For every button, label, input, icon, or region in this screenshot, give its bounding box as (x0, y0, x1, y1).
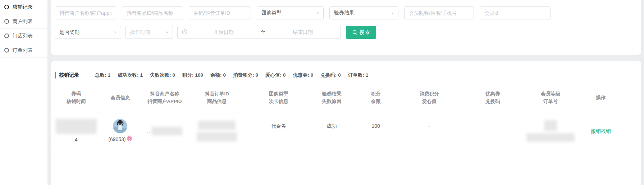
col-header-verify-result: 验券结果失败原因 (310, 86, 354, 113)
revoke-verification-link[interactable]: 撤销核销 (591, 127, 611, 135)
verify-result-select-value: 验券结果 (334, 10, 354, 16)
sidebar-item-label: 商户列表 (13, 18, 33, 25)
radio-circle-icon (4, 19, 9, 24)
redacted-product-info (197, 132, 237, 141)
sidebar-item-label: 核销记录 (13, 4, 33, 10)
radio-circle-icon (4, 33, 9, 38)
love-value: - (428, 132, 430, 140)
chevron-down-icon: ˅ (391, 11, 394, 15)
member-nickname-input[interactable] (404, 6, 474, 19)
cell-coupon-redeem (461, 117, 525, 145)
col-header-merchant: 抖音商户名称抖音商户APPID (143, 86, 186, 113)
chevron-down-icon: ˅ (114, 31, 117, 34)
end-date-placeholder[interactable]: 结束日期 (269, 29, 337, 36)
sidebar-item-label: 订单列表 (13, 47, 33, 54)
sidebar-item-verification-records[interactable]: 核销记录 (0, 0, 47, 14)
filter-panel: 团购类型 ˅ 验券结果 ˅ 是否奖励 ˅ 操作时间 ˅ 开始日期 至 结束日期 (51, 0, 641, 55)
col-header-order-id: 抖音订单ID商品信息 (186, 86, 247, 113)
radio-circle-icon (4, 48, 9, 53)
col-header-actions: 操作 (576, 86, 626, 113)
member-number: (69053) (108, 136, 125, 143)
product-id-input[interactable] (122, 6, 183, 19)
merchant-name-input[interactable] (55, 6, 116, 19)
records-table: 券码核销时间 会员信息 抖音商户名称抖音商户APPID 抖音订单ID商品信息 团… (55, 86, 626, 149)
cell-member-info: (69053) (98, 117, 143, 145)
filter-row-2: 是否奖励 ˅ 操作时间 ˅ 开始日期 至 结束日期 搜索 (55, 26, 376, 39)
stat-consume-points: 消费积分:0 (233, 72, 258, 78)
col-header-member-level: 会员等级订单号 (525, 86, 576, 113)
cell-points: 100 - (354, 117, 398, 145)
stat-balance: 余额:0 (210, 72, 226, 78)
col-header-member-info: 会员信息 (98, 86, 143, 113)
cherry-blossom-icon (127, 135, 132, 143)
sidebar: 核销记录 商户列表 门店列表 订单列表 (0, 0, 48, 185)
col-header-group-type: 团购类型次卡信息 (247, 86, 310, 113)
cell-merchant: .. (143, 117, 186, 145)
stat-total: 总数:1 (95, 72, 110, 78)
search-icon (352, 30, 357, 35)
date-range-separator: 至 (258, 29, 269, 36)
coupon-code-sub: 4 (75, 136, 78, 144)
member-avatar[interactable] (113, 119, 127, 133)
points-value: 100 (371, 122, 380, 130)
coupon-code-input[interactable] (189, 6, 251, 19)
sidebar-item-merchant-list[interactable]: 商户列表 (0, 14, 47, 29)
col-header-points: 积分余额 (354, 86, 398, 113)
filter-row-1: 团购类型 ˅ 验券结果 ˅ (55, 6, 551, 19)
cell-member-level-order (525, 117, 576, 145)
redacted-order-number (526, 133, 575, 142)
stat-success-count: 成功次数:1 (118, 72, 143, 78)
stat-love-value: 爱心值:0 (265, 72, 286, 78)
chevron-down-icon: ˅ (166, 31, 168, 34)
start-date-placeholder[interactable]: 开始日期 (189, 29, 258, 36)
verify-result-value: 成功 (326, 122, 337, 130)
redacted-member-level (544, 120, 557, 131)
cell-verify-result: 成功 - (310, 117, 354, 145)
cell-order-product (186, 117, 247, 145)
sidebar-item-order-list[interactable]: 订单列表 (0, 43, 47, 58)
reward-select[interactable]: 是否奖励 ˅ (55, 26, 121, 39)
consume-points-value: - (428, 122, 430, 130)
clock-icon (182, 29, 187, 36)
stat-order-count: 订单数:1 (348, 72, 369, 78)
cell-actions: 撤销核销 (576, 117, 626, 145)
cell-coupon-code: 4 (55, 117, 98, 145)
chevron-down-icon: ˅ (316, 11, 319, 15)
col-header-coupon: 优惠券兑换码 (461, 86, 525, 113)
group-type-select-value: 团购类型 (261, 10, 282, 16)
date-range-picker[interactable]: 开始日期 至 结束日期 (177, 26, 341, 39)
stat-fail-count: 失败次数:0 (150, 72, 175, 78)
cell-group-type: 代金券 - (247, 117, 310, 145)
summary-bar: 核销记录 总数:1 成功次数:1 失败次数:0 积分:100 余额:0 消费积分… (55, 72, 630, 78)
cell-consume-points: - - (398, 117, 461, 145)
radio-circle-icon (4, 5, 9, 9)
summary-title: 核销记录 (55, 72, 79, 78)
operation-time-select[interactable]: 操作时间 ˅ (125, 26, 173, 39)
operation-time-select-value: 操作时间 (130, 29, 150, 36)
reward-select-value: 是否奖励 (59, 29, 79, 36)
merchant-prefix: .. (147, 127, 150, 135)
stat-points: 积分:100 (182, 72, 203, 78)
sidebar-item-store-list[interactable]: 门店列表 (0, 29, 47, 43)
col-header-consume-points: 消费积分爱心值 (398, 86, 461, 113)
verify-result-select[interactable]: 验券结果 ˅ (329, 6, 398, 19)
col-header-coupon-code: 券码核销时间 (55, 86, 98, 113)
redacted-merchant-name (151, 127, 182, 135)
stat-redeem-codes: 兑换码:0 (320, 72, 341, 78)
fail-reason-value: - (331, 132, 333, 140)
table-row: 4 (69053) .. (55, 113, 626, 149)
search-button[interactable]: 搜索 (346, 26, 376, 39)
records-panel: 核销记录 总数:1 成功次数:1 失败次数:0 积分:100 余额:0 消费积分… (51, 61, 641, 185)
member-id-input[interactable] (480, 6, 551, 19)
sidebar-item-label: 门店列表 (13, 33, 33, 39)
group-type-value: 代金券 (271, 122, 286, 130)
group-type-select[interactable]: 团购类型 ˅ (257, 6, 324, 19)
stat-coupons: 优惠券:0 (293, 72, 314, 78)
member-number-line: (69053) (108, 135, 132, 143)
redacted-coupon-code (56, 119, 97, 134)
redacted-order-id (198, 121, 236, 130)
search-button-label: 搜索 (360, 29, 370, 36)
card-info-value: - (278, 132, 279, 140)
balance-value: - (375, 132, 377, 140)
table-header-row: 券码核销时间 会员信息 抖音商户名称抖音商户APPID 抖音订单ID商品信息 团… (55, 86, 626, 113)
